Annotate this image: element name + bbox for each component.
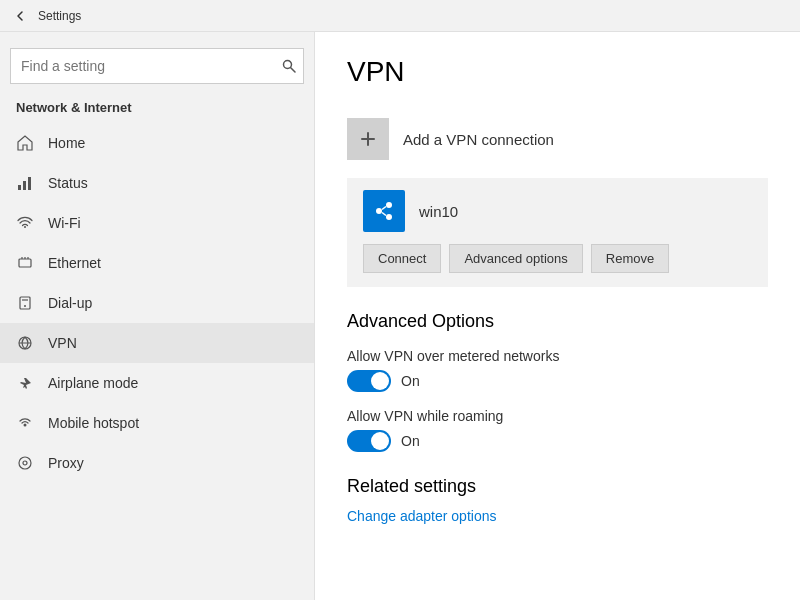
sidebar-item-hotspot-label: Mobile hotspot (48, 415, 139, 431)
toggle-roaming[interactable] (347, 430, 391, 452)
svg-line-21 (382, 207, 386, 210)
svg-rect-9 (20, 297, 30, 309)
main-layout: Network & Internet Home (0, 32, 800, 600)
sidebar-item-status[interactable]: Status (0, 163, 314, 203)
toggle-metered-networks-container: On (347, 370, 768, 392)
svg-rect-4 (28, 177, 31, 190)
advanced-options-button[interactable]: Advanced options (449, 244, 582, 273)
remove-button[interactable]: Remove (591, 244, 669, 273)
title-bar: Settings (0, 0, 800, 32)
advanced-options-title: Advanced Options (347, 311, 768, 332)
toggle-roaming-state: On (401, 433, 420, 449)
toggle-roaming-knob (371, 432, 389, 450)
connect-button[interactable]: Connect (363, 244, 441, 273)
sidebar-item-home-label: Home (48, 135, 85, 151)
svg-rect-3 (23, 181, 26, 190)
hotspot-icon (16, 414, 34, 432)
vpn-connection-icon (363, 190, 405, 232)
content-area: VPN Add a VPN connection (315, 32, 800, 600)
svg-line-1 (291, 68, 296, 73)
sidebar-item-ethernet-label: Ethernet (48, 255, 101, 271)
sidebar-nav: Home Status (0, 123, 314, 483)
sidebar-item-airplane-label: Airplane mode (48, 375, 138, 391)
svg-point-14 (19, 457, 31, 469)
vpn-connection-card: win10 Connect Advanced options Remove (347, 178, 768, 287)
sidebar-item-ethernet[interactable]: Ethernet (0, 243, 314, 283)
svg-point-20 (386, 214, 392, 220)
sidebar-item-vpn[interactable]: VPN (0, 323, 314, 363)
svg-line-22 (382, 213, 386, 216)
search-input[interactable] (10, 48, 304, 84)
svg-point-18 (376, 208, 382, 214)
vpn-card-top: win10 (363, 190, 752, 232)
ethernet-icon (16, 254, 34, 272)
sidebar-item-home[interactable]: Home (0, 123, 314, 163)
home-icon (16, 134, 34, 152)
sidebar-item-vpn-label: VPN (48, 335, 77, 351)
sidebar-item-status-label: Status (48, 175, 88, 191)
back-button[interactable] (12, 8, 28, 24)
toggle-metered-networks[interactable] (347, 370, 391, 392)
vpn-card-buttons: Connect Advanced options Remove (363, 244, 752, 273)
vpn-connection-name: win10 (419, 203, 458, 220)
sidebar-item-wifi[interactable]: Wi-Fi (0, 203, 314, 243)
vpn-icon (16, 334, 34, 352)
sidebar-item-dialup[interactable]: Dial-up (0, 283, 314, 323)
status-icon (16, 174, 34, 192)
add-vpn-label: Add a VPN connection (403, 131, 554, 148)
toggle-roaming-row: Allow VPN while roaming On (347, 408, 768, 452)
toggle-roaming-container: On (347, 430, 768, 452)
sidebar-item-proxy-label: Proxy (48, 455, 84, 471)
sidebar-section-title: Network & Internet (0, 96, 314, 123)
svg-point-10 (24, 305, 26, 307)
sidebar: Network & Internet Home (0, 32, 315, 600)
sidebar-item-hotspot[interactable]: Mobile hotspot (0, 403, 314, 443)
toggle-roaming-label: Allow VPN while roaming (347, 408, 768, 424)
airplane-icon (16, 374, 34, 392)
svg-point-15 (23, 461, 27, 465)
sidebar-item-dialup-label: Dial-up (48, 295, 92, 311)
search-icon-button[interactable] (282, 59, 296, 73)
sidebar-item-wifi-label: Wi-Fi (48, 215, 81, 231)
svg-point-19 (386, 202, 392, 208)
proxy-icon (16, 454, 34, 472)
sidebar-item-airplane[interactable]: Airplane mode (0, 363, 314, 403)
toggle-metered-networks-state: On (401, 373, 420, 389)
title-bar-title: Settings (38, 9, 81, 23)
svg-rect-5 (19, 259, 31, 267)
related-settings-title: Related settings (347, 476, 768, 497)
sidebar-item-proxy[interactable]: Proxy (0, 443, 314, 483)
wifi-icon (16, 214, 34, 232)
dialup-icon (16, 294, 34, 312)
add-vpn-icon-box (347, 118, 389, 160)
add-vpn-row[interactable]: Add a VPN connection (347, 108, 768, 170)
change-adapter-options-link[interactable]: Change adapter options (347, 508, 496, 524)
svg-point-13 (24, 424, 27, 427)
toggle-metered-networks-knob (371, 372, 389, 390)
toggle-metered-networks-row: Allow VPN over metered networks On (347, 348, 768, 392)
toggle-metered-networks-label: Allow VPN over metered networks (347, 348, 768, 364)
page-title: VPN (347, 56, 768, 88)
search-container (10, 48, 304, 84)
svg-rect-2 (18, 185, 21, 190)
